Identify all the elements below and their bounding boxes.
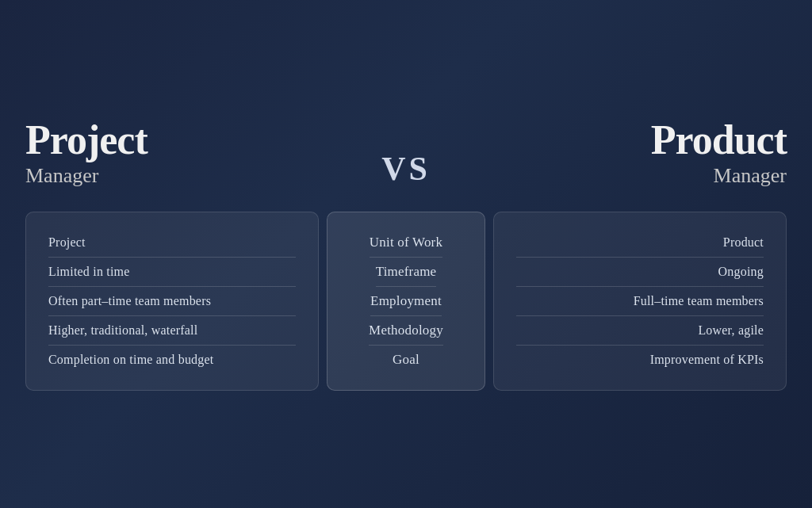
list-item: Goal [393, 346, 419, 374]
list-item: Employment [370, 287, 442, 316]
center-panel: Unit of Work Timeframe Employment Method… [327, 212, 485, 391]
header-right: Product Manager [501, 117, 787, 188]
list-item: Product [516, 228, 764, 258]
header-left: Project Manager [25, 117, 311, 188]
header-center: VS [327, 150, 485, 188]
right-subtitle: Manager [501, 164, 787, 188]
left-panel: Project Limited in time Often part–time … [25, 212, 319, 391]
content-row: Project Limited in time Often part–time … [25, 212, 787, 391]
header-row: Project Manager VS Product Manager [25, 117, 787, 188]
list-item: Improvement of KPIs [516, 346, 764, 374]
right-title: Product [501, 117, 787, 162]
right-panel: Product Ongoing Full–time team members L… [493, 212, 787, 391]
list-item: Limited in time [48, 258, 296, 287]
vs-text: VS [327, 150, 485, 188]
left-title: Project [25, 117, 311, 162]
list-item: Completion on time and budget [48, 346, 296, 374]
list-item: Ongoing [516, 258, 764, 287]
list-item: Full–time team members [516, 287, 764, 316]
list-item: Timeframe [376, 258, 437, 287]
list-item: Methodology [369, 316, 443, 346]
list-item: Often part–time team members [48, 287, 296, 316]
list-item: Lower, agile [516, 316, 764, 346]
main-container: Project Manager VS Product Manager Proje… [25, 117, 787, 391]
list-item: Unit of Work [370, 228, 442, 258]
list-item: Project [48, 228, 296, 258]
left-subtitle: Manager [25, 164, 311, 188]
list-item: Higher, traditional, waterfall [48, 316, 296, 346]
